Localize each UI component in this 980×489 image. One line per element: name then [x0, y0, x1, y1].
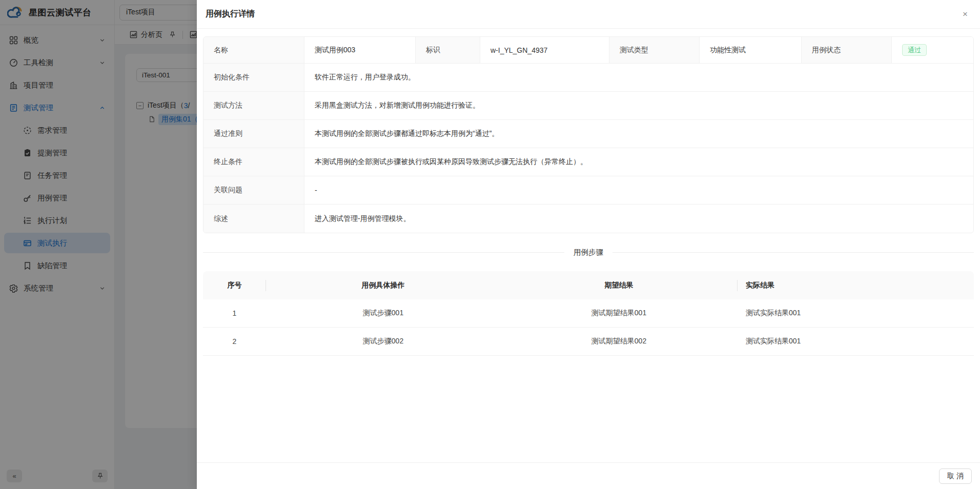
drawer-header: 用例执行详情 × — [197, 0, 980, 29]
col-header-actual: 实际结果 — [738, 281, 974, 290]
field-value-stop-condition: 本测试用例的全部测试步骤被执行或因某种原因导致测试步骤无法执行（异常终止）。 — [304, 148, 973, 176]
case-steps-table: 序号 用例具体操作 期望结果 实际结果 1 测试步骤001 测试期望结果001 … — [203, 271, 974, 356]
drawer-body: 名称 测试用例003 标识 w-I_YL_GN_4937 测试类型 功能性测试 … — [197, 29, 980, 462]
field-value-test-type: 功能性测试 — [700, 37, 802, 64]
close-icon[interactable]: × — [959, 8, 971, 21]
field-label-case-status: 用例状态 — [802, 37, 892, 64]
divider-line — [612, 252, 974, 253]
cell-seq: 2 — [203, 337, 266, 345]
col-header-expected: 期望结果 — [500, 281, 738, 290]
steps-table-header: 序号 用例具体操作 期望结果 实际结果 — [203, 271, 974, 299]
field-label-stop-condition: 终止条件 — [203, 148, 304, 176]
drawer-footer: 取 消 — [197, 462, 980, 489]
cell-action: 测试步骤002 — [266, 337, 500, 346]
field-label-init-condition: 初始化条件 — [203, 64, 304, 92]
cell-expected: 测试期望结果001 — [500, 309, 738, 318]
field-value-pass-criteria: 本测试用例的全部测试步骤都通过即标志本用例为“通过”。 — [304, 120, 973, 148]
field-label-summary: 综述 — [203, 205, 304, 233]
field-label-test-type: 测试类型 — [609, 37, 700, 64]
field-value-test-method: 采用黑盒测试方法，对新增测试用例功能进行验证。 — [304, 92, 973, 120]
cell-seq: 1 — [203, 309, 266, 317]
field-value-summary: 进入测试管理-用例管理模块。 — [304, 205, 973, 233]
field-value-init-condition: 软件正常运行，用户登录成功。 — [304, 64, 973, 92]
field-value-identifier: w-I_YL_GN_4937 — [480, 37, 609, 64]
col-header-action: 用例具体操作 — [266, 281, 500, 290]
steps-section-divider: 用例步骤 — [203, 248, 974, 257]
divider-line — [203, 252, 564, 253]
case-execution-detail-drawer: 用例执行详情 × 名称 测试用例003 标识 w-I_YL_GN_4937 测试… — [197, 0, 980, 489]
case-detail-table: 名称 测试用例003 标识 w-I_YL_GN_4937 测试类型 功能性测试 … — [203, 36, 974, 233]
cancel-button[interactable]: 取 消 — [939, 468, 972, 484]
field-label-name: 名称 — [203, 37, 304, 64]
field-label-identifier: 标识 — [416, 37, 480, 64]
steps-section-title: 用例步骤 — [574, 248, 603, 257]
table-row: 2 测试步骤002 测试期望结果002 测试实际结果001 — [203, 328, 974, 356]
field-value-related-issues: - — [304, 176, 973, 205]
drawer-title: 用例执行详情 — [206, 9, 255, 19]
table-row: 1 测试步骤001 测试期望结果001 测试实际结果001 — [203, 299, 974, 328]
field-value-case-status: 通过 — [892, 37, 973, 64]
cell-actual: 测试实际结果001 — [738, 337, 974, 346]
field-label-related-issues: 关联问题 — [203, 176, 304, 205]
cell-expected: 测试期望结果002 — [500, 337, 738, 346]
field-label-test-method: 测试方法 — [203, 92, 304, 120]
status-badge: 通过 — [902, 44, 927, 56]
cell-action: 测试步骤001 — [266, 309, 500, 318]
cell-actual: 测试实际结果001 — [738, 309, 974, 318]
field-label-pass-criteria: 通过准则 — [203, 120, 304, 148]
field-value-name: 测试用例003 — [304, 37, 416, 64]
col-header-seq: 序号 — [203, 281, 266, 290]
